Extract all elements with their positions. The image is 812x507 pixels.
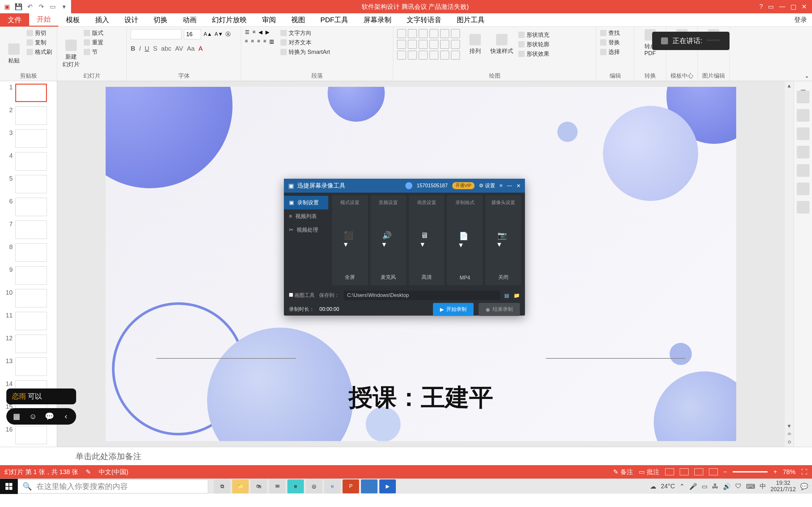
smartart-button[interactable]: 转换为 SmartArt (281, 48, 330, 56)
app-icon[interactable]: ◎ (306, 480, 322, 493)
zoom-level[interactable]: 78% (783, 468, 796, 475)
text-shadow-button[interactable]: abc (161, 45, 171, 52)
thumbnail-12[interactable]: 12 (3, 335, 54, 353)
shape-effects-button[interactable]: 形状效果 (518, 50, 549, 58)
fit-window-icon[interactable]: ⛶ (801, 468, 808, 475)
clear-format-icon[interactable]: Ⓐ (225, 31, 231, 38)
powerpoint-icon[interactable]: P (343, 480, 359, 493)
tab-record[interactable]: 屏幕录制 (356, 13, 399, 26)
italic-button[interactable]: I (139, 45, 141, 52)
tab-tts[interactable]: 文字转语音 (399, 13, 449, 26)
align-left-icon[interactable]: ≡ (245, 38, 248, 44)
rside-item[interactable] (797, 182, 809, 195)
prev-slide-icon[interactable]: ≏ (787, 431, 792, 437)
rside-item[interactable] (797, 127, 809, 140)
rside-item[interactable] (797, 91, 809, 103)
align-text-button[interactable]: 对齐文本 (281, 39, 330, 46)
underline-button[interactable]: U (145, 45, 149, 52)
paste-button[interactable]: 粘贴 (4, 29, 24, 78)
zoom-in-icon[interactable]: + (773, 468, 777, 475)
stop-record-button[interactable]: ◉结束录制 (478, 303, 520, 316)
thumbnail-3[interactable]: 3 (3, 129, 54, 148)
justify-icon[interactable]: ≡ (263, 38, 266, 44)
ribbon-display-icon[interactable]: ▭ (768, 3, 774, 10)
align-right-icon[interactable]: ≡ (257, 38, 260, 44)
tray-battery-icon[interactable]: ▭ (702, 483, 708, 490)
quick-styles-button[interactable]: 快速样式 (490, 34, 513, 55)
start-button[interactable] (0, 479, 18, 494)
indent-dec-icon[interactable]: ◀ (258, 29, 262, 35)
text-direction-button[interactable]: 文字方向 (281, 29, 330, 37)
folder-open-icon[interactable]: 📁 (513, 292, 520, 298)
new-slide-button[interactable]: 新建 幻灯片 (61, 29, 81, 78)
thumbnail-6[interactable]: 6 (3, 198, 54, 216)
layout-button[interactable]: 版式 (84, 29, 103, 37)
weather-icon[interactable]: ☁ (650, 483, 656, 490)
numbering-icon[interactable]: ≡ (252, 29, 255, 35)
thumbnail-2[interactable]: 2 (3, 107, 54, 125)
ie-icon[interactable]: e (324, 480, 341, 493)
close-icon[interactable]: ✕ (802, 3, 807, 10)
mail-icon[interactable]: ✉ (269, 480, 286, 493)
shape-fill-button[interactable]: 形状填充 (518, 31, 549, 39)
thumbnail-10[interactable]: 10 (3, 289, 54, 307)
copy-button[interactable]: 复制 (27, 39, 52, 46)
bullets-icon[interactable]: ☰ (245, 29, 249, 35)
recorder-card[interactable]: 画质设置🖥 ▾高清 (409, 195, 445, 285)
indent-inc-icon[interactable]: ▶ (265, 29, 269, 35)
tab-insert[interactable]: 插入 (88, 13, 117, 26)
tab-animation[interactable]: 动画 (175, 13, 204, 26)
find-button[interactable]: 查找 (600, 29, 630, 37)
comments-toggle[interactable]: ▭ 批注 (639, 468, 659, 476)
notes-pane[interactable]: 单击此处添加备注 (0, 447, 812, 465)
tray-network-icon[interactable]: 🖧 (712, 483, 718, 490)
zoom-out-icon[interactable]: − (723, 468, 727, 475)
minimize-icon[interactable]: — (779, 3, 785, 10)
sorter-view-icon[interactable] (680, 468, 689, 475)
tab-view[interactable]: 视图 (284, 13, 313, 26)
slide[interactable]: 授课：王建平 ▣ 迅捷屏幕录像工具 15701505187 开通VIP ⚙ 设置… (106, 87, 736, 441)
taskbar-search[interactable]: 🔍 在这里输入你要搜索的内容 (18, 480, 208, 493)
thumbnail-7[interactable]: 7 (3, 221, 54, 239)
bold-button[interactable]: B (131, 45, 135, 52)
rside-item[interactable] (797, 109, 809, 122)
tab-transition[interactable]: 切换 (146, 13, 175, 26)
tab-file[interactable]: 文件 (0, 13, 29, 26)
thumbnail-5[interactable]: 5 (3, 175, 54, 193)
font-color-button[interactable]: A (199, 45, 203, 52)
shapes-gallery[interactable] (397, 29, 460, 60)
columns-icon[interactable]: ▥ (269, 38, 274, 44)
select-button[interactable]: 选择 (600, 48, 630, 56)
shape-outline-button[interactable]: 形状轮廓 (518, 41, 549, 48)
chat-text-icon[interactable]: 💬 (44, 411, 55, 422)
ime-lang[interactable]: 中 (760, 482, 766, 491)
recorder-card[interactable]: 摄像头设置📷 ▾关闭 (485, 195, 521, 285)
rside-item[interactable] (797, 201, 809, 214)
recorder-menu-icon[interactable]: ≡ (500, 183, 502, 188)
thumbnail-1[interactable]: 1 (3, 83, 54, 102)
rside-item[interactable] (797, 146, 809, 158)
maximize-icon[interactable]: ▢ (791, 3, 797, 10)
scroll-up-icon[interactable]: ▲ (786, 83, 792, 89)
slideshow-icon[interactable]: ▭ (48, 2, 57, 11)
tab-image[interactable]: 图片工具 (449, 13, 492, 26)
recorder-card[interactable]: 模式设置⬛ ▾全屏 (332, 195, 368, 285)
language-indicator[interactable]: 中文(中国) (99, 468, 128, 476)
meeting-icon[interactable]: ▶ (379, 480, 396, 493)
chat-emoji-icon[interactable]: ☺ (27, 411, 39, 422)
cut-button[interactable]: 剪切 (27, 29, 52, 37)
thumbnail-4[interactable]: 4 (3, 152, 54, 170)
tab-pdf[interactable]: PDF工具 (313, 13, 356, 26)
char-spacing-button[interactable]: AV (175, 45, 183, 52)
normal-view-icon[interactable] (665, 468, 674, 475)
format-painter-button[interactable]: 格式刷 (27, 48, 52, 56)
spellcheck-icon[interactable]: ✎ (86, 468, 91, 475)
app-icon[interactable] (361, 480, 377, 493)
drawing-tool-checkbox[interactable]: 画图工具 (289, 292, 315, 299)
edge-icon[interactable]: e (287, 480, 304, 493)
more-qat-icon[interactable]: ▾ (60, 2, 68, 11)
task-view-icon[interactable]: ⧉ (214, 480, 230, 493)
recorder-card[interactable]: 音频设置🔊 ▾麦克风 (370, 195, 406, 285)
vertical-scrollbar[interactable]: ▲ ▼ ≏ ≎ (785, 81, 794, 447)
font-size-input[interactable] (184, 29, 201, 39)
